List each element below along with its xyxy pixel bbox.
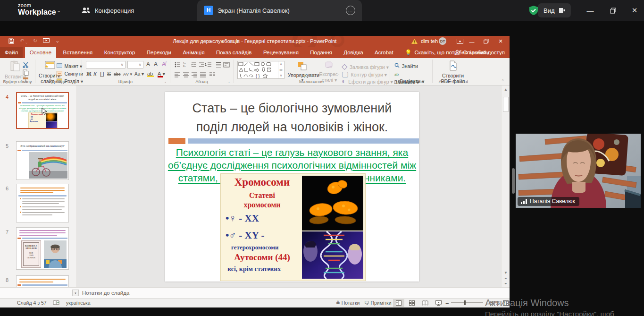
tab-acrobat[interactable]: Acrobat	[370, 47, 398, 58]
view-button-label: Вид	[544, 7, 555, 14]
notes-placeholder[interactable]: Нотатки до слайда	[82, 290, 129, 296]
paragraph-dialog-launcher[interactable]: ⌟	[228, 79, 230, 84]
shapes-gallery[interactable]: { } ∧▭∨	[237, 61, 284, 79]
webcam-video[interactable]: Наталія Савелюк	[516, 134, 641, 208]
decrease-font-icon[interactable]: Аˇ	[154, 61, 159, 68]
zoom-close-button[interactable]: ✕	[624, 0, 644, 21]
zoom-logo: zoom	[18, 2, 31, 8]
character-spacing-button[interactable]: АV ▾	[123, 72, 132, 77]
next-slide-button[interactable]: ⏷	[502, 282, 509, 286]
tab-review[interactable]: Рецензування	[259, 47, 303, 58]
zoom-restore-button[interactable]	[602, 0, 624, 21]
ribbon-tab-bar: Файл Основне Вставлення Конструктор Пере…	[0, 47, 510, 58]
slide-sorter-view-button[interactable]	[406, 299, 418, 307]
thumbnail-slide-8[interactable]	[16, 275, 69, 287]
paragraph-row1-icons[interactable]: 1–2–	[175, 62, 230, 68]
font-color-button[interactable]: А ▾	[158, 71, 165, 77]
chromosomes-image	[302, 176, 363, 231]
notes-pane[interactable]: ▾ Нотатки до слайда	[0, 287, 510, 299]
slide-editor[interactable]: Стать – це біологічно зумовлений поділ л…	[77, 85, 501, 287]
acrobat-group-label: Adobe Acrobat	[432, 79, 475, 84]
tab-slideshow[interactable]: Показ слайдів	[211, 47, 256, 58]
thumb5-number: 5	[6, 143, 8, 149]
drawing-group-label: Малювання	[234, 79, 389, 84]
card-autosomes-note: всі, крім статевих	[227, 265, 281, 273]
copy-icon[interactable]	[23, 69, 29, 76]
drawing-dialog-launcher[interactable]: ⌟	[383, 79, 385, 84]
scrollbar-thumb[interactable]	[503, 97, 509, 112]
replace-icon: ab	[394, 72, 399, 77]
tab-file[interactable]: Файл	[0, 47, 23, 58]
bold-button[interactable]: Ж	[86, 71, 92, 77]
slide-thumbnail-panel[interactable]: 4 Стать – це біологічно зумовлений поділ…	[0, 85, 76, 287]
dna-image	[302, 231, 363, 279]
share-button[interactable]: Спільний доступ	[455, 47, 505, 58]
spellcheck-icon[interactable]	[53, 300, 59, 306]
participant-name-tag: Наталія Савелюк	[518, 197, 579, 206]
ribbon-display-options-icon[interactable]	[457, 39, 463, 44]
text-shadow-button[interactable]: abc	[114, 72, 121, 77]
reading-view-button[interactable]	[419, 299, 431, 307]
ppt-restore-button[interactable]	[479, 36, 493, 47]
slide-counter[interactable]: Слайд 4 з 57	[17, 300, 47, 306]
language-indicator[interactable]: українська	[66, 300, 91, 306]
tab-insert[interactable]: Вставлення	[59, 47, 98, 58]
view-button[interactable]: Вид	[538, 3, 571, 17]
collapse-ribbon-icon[interactable]: ⌃	[501, 79, 505, 84]
zoom-slider-thumb[interactable]	[464, 300, 466, 305]
highlight-color-button[interactable]: ab	[147, 71, 154, 77]
screen: zoom Workplace ⌄ Конференция Н Экран (На…	[0, 0, 644, 316]
tab-meeting[interactable]: Конференция	[81, 0, 134, 21]
comments-toggle[interactable]: 🗨 Примітки	[364, 300, 392, 306]
italic-button[interactable]: К	[93, 71, 97, 77]
quick-styles-icon	[325, 61, 334, 69]
tab-shared-screen[interactable]: Н Экран (Наталія Савелюк) …	[197, 0, 362, 21]
more-options-icon[interactable]: …	[346, 6, 355, 15]
clipboard-dialog-launcher[interactable]: ⌟	[30, 79, 32, 84]
chevron-down-icon[interactable]: ⌄	[57, 8, 61, 14]
editor-scrollbar[interactable]: ▲ ▼ ⏶ ⏷	[502, 85, 509, 287]
cut-icon[interactable]	[23, 62, 29, 68]
notes-toggle[interactable]: ≜ Нотатки	[336, 300, 360, 306]
slideshow-view-button[interactable]	[433, 299, 444, 307]
change-case-button[interactable]: Aa ▾	[134, 71, 144, 77]
font-dialog-launcher[interactable]: ⌟	[164, 79, 166, 84]
thumbnail-scroll-down[interactable]: ▾	[72, 290, 79, 296]
card-autosomes: Аутосоми (44)	[221, 252, 303, 263]
font-name-combo[interactable]: ∨	[86, 61, 125, 68]
font-size-combo[interactable]: ∨	[127, 61, 143, 68]
scroll-down-icon[interactable]: ▼	[502, 271, 509, 275]
stage-scrollbar-thumb[interactable]	[512, 168, 515, 194]
ppt-close-button[interactable]: ✕	[493, 36, 508, 47]
account-avatar[interactable]: DT	[439, 37, 446, 45]
layout-icon	[57, 63, 62, 68]
thumbnail-slide-5[interactable]: Хто зображена/ий на малюнку?	[16, 141, 69, 180]
editing-group-label: Редагування	[390, 79, 432, 84]
paragraph-row2-icons[interactable]	[175, 72, 230, 77]
zoom-titlebar: zoom Workplace ⌄ Конференция Н Экран (На…	[0, 0, 644, 21]
current-slide[interactable]: Стать – це біологічно зумовлений поділ л…	[165, 92, 419, 282]
tab-animations[interactable]: Анімація	[178, 47, 209, 58]
underline-button[interactable]: П	[100, 71, 104, 77]
thumbnail-slide-6[interactable]	[16, 184, 69, 222]
zoom-minimize-button[interactable]: —	[579, 0, 601, 21]
tab-view[interactable]: Подання	[305, 47, 336, 58]
strikethrough-button[interactable]: S	[107, 71, 111, 77]
arrange-icon	[297, 61, 308, 70]
increase-font-icon[interactable]: Аˆ	[146, 61, 151, 68]
clear-formatting-icon[interactable]: A̸	[162, 61, 166, 68]
ppt-minimize-button[interactable]: —	[465, 36, 479, 47]
tab-transitions[interactable]: Переходи	[142, 47, 176, 58]
zoom-out-button[interactable]: −	[445, 300, 449, 307]
shapes-scroll[interactable]: ∧▭∨	[278, 61, 284, 78]
normal-view-button[interactable]	[393, 299, 404, 307]
account-name[interactable]: dim teh	[421, 38, 438, 44]
previous-slide-button[interactable]: ⏶	[502, 276, 509, 281]
zoom-slider-track[interactable]	[451, 302, 483, 303]
scroll-up-icon[interactable]: ▲	[502, 87, 509, 92]
tab-design[interactable]: Конструктор	[100, 47, 140, 58]
tab-help[interactable]: Довідка	[339, 47, 368, 58]
thumbnail-slide-7[interactable]: ROBERT J. STOLLER SEX AND GENDER	[16, 227, 69, 270]
arrange-label: Упорядкувати	[288, 72, 317, 78]
tab-home[interactable]: Основне	[25, 47, 56, 58]
